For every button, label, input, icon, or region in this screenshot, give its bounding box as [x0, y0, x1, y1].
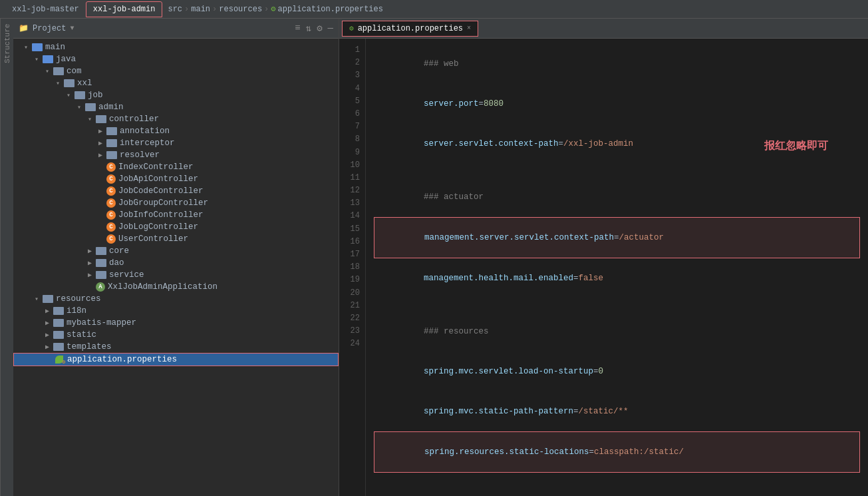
expand-arrow-job: ▾: [67, 91, 74, 99]
tree-node-application-properties[interactable]: ⚙ application.properties: [13, 353, 339, 366]
folder-icon-job: [74, 91, 85, 99]
expand-arrow-static: ▶: [45, 331, 53, 339]
folder-icon-xxl: [64, 79, 74, 87]
tree-node-templates[interactable]: ▶ templates: [13, 341, 339, 353]
tree-node-service[interactable]: ▶ service: [13, 269, 339, 281]
tree-label-resolver: resolver: [120, 150, 160, 160]
breadcrumb-main: main: [191, 5, 210, 14]
folder-icon-main: [32, 43, 43, 51]
editor-tab-application-properties[interactable]: ⚙ application.properties ×: [342, 21, 478, 37]
tree-node-admin[interactable]: ▾ admin: [13, 101, 339, 113]
tree-node-mybatis-mapper[interactable]: ▶ mybatis-mapper: [13, 317, 339, 329]
sidebar-toolbar: ≡ ⇅ ⚙ —: [295, 23, 333, 34]
code-line-5: ### actuator: [374, 177, 860, 217]
java-app-icon: A: [96, 282, 105, 292]
tree-node-com[interactable]: ▾ com: [13, 65, 339, 77]
tree-label-JobGroupController: JobGroupController: [118, 198, 208, 208]
folder-icon-annotation: [106, 127, 117, 135]
tree-label-annotation: annotation: [120, 126, 170, 136]
tree-label-JobInfoController: JobInfoController: [118, 210, 204, 220]
tree-node-static[interactable]: ▶ static: [13, 329, 339, 341]
editor-tab-label: application.properties: [358, 24, 463, 33]
tree-node-annotation[interactable]: ▶ annotation: [13, 125, 339, 137]
folder-icon-java: [43, 55, 53, 63]
folder-icon-service: [96, 271, 106, 279]
expand-arrow-controller: ▾: [88, 115, 96, 123]
code-content: 报红忽略即可 ### web server.port=8080 server.s…: [366, 39, 868, 496]
tree-node-main[interactable]: ▾ main: [13, 41, 339, 53]
tab-spring-icon: ⚙: [349, 24, 354, 33]
java-icon-JobLogController: C: [106, 222, 116, 232]
folder-icon-core: [96, 247, 106, 255]
code-line-9: ### resources: [374, 312, 860, 352]
collapse-all-icon[interactable]: ≡: [295, 23, 300, 34]
tree-label-static: static: [67, 330, 96, 340]
tree-label-JobApiController: JobApiController: [118, 174, 198, 184]
breadcrumb-file-icon: ⚙: [271, 4, 275, 14]
tree-node-JobGroupController[interactable]: C JobGroupController: [13, 197, 339, 209]
tab-xxl-job-admin[interactable]: xxl-job-admin: [86, 1, 163, 17]
code-line-2: server.port=8080: [374, 84, 860, 124]
code-line-7: management.health.mail.enabled=false: [374, 258, 860, 298]
tree-label-IndexController: IndexController: [118, 162, 194, 172]
tree-node-java[interactable]: ▾ java: [13, 53, 339, 65]
dropdown-arrow-icon[interactable]: ▼: [70, 25, 74, 32]
tree-label-xxl: xxl: [77, 79, 92, 88]
expand-arrow-java: ▾: [35, 55, 43, 63]
tree-node-job[interactable]: ▾ job: [13, 89, 339, 101]
tree-label-dao: dao: [109, 258, 124, 268]
code-line-14: ### freemarker: [374, 486, 860, 496]
tree-node-XxlJobAdminApplication[interactable]: A XxlJobAdminApplication: [13, 281, 339, 293]
tree-node-xxl[interactable]: ▾ xxl: [13, 77, 339, 89]
tree-label-UserController: UserController: [118, 234, 188, 244]
comment-web: ### web: [424, 59, 459, 69]
tree-label-i18n: i18n: [67, 306, 86, 316]
tree-label-core: core: [109, 246, 129, 256]
code-line-10: spring.mvc.servlet.load-on-startup=0: [374, 352, 860, 391]
folder-icon-controller: [96, 115, 106, 123]
tree-node-interceptor[interactable]: ▶ interceptor: [13, 137, 339, 149]
settings-icon[interactable]: ⚙: [317, 23, 322, 34]
code-line-12: spring.resources.static-locations=classp…: [374, 431, 860, 473]
title-bar: xxl-job-master xxl-job-admin src › main …: [0, 0, 868, 19]
tree-node-JobInfoController[interactable]: C JobInfoController: [13, 209, 339, 221]
code-line-6: management.server.servlet.context-path=/…: [374, 217, 860, 258]
tree-node-dao[interactable]: ▶ dao: [13, 257, 339, 269]
folder-icon-dao: [96, 259, 106, 267]
close-sidebar-icon[interactable]: —: [328, 23, 333, 34]
tree-node-UserController[interactable]: C UserController: [13, 233, 339, 245]
breadcrumb: src › main › resources › ⚙ application.p…: [168, 4, 383, 14]
tree-node-i18n[interactable]: ▶ i18n: [13, 305, 339, 317]
expand-arrow-resolver: ▶: [98, 151, 106, 159]
tree-label-main: main: [45, 43, 65, 52]
tree-label-templates: templates: [67, 342, 112, 352]
tree-node-JobLogController[interactable]: C JobLogController: [13, 221, 339, 233]
code-line-8: [374, 298, 860, 312]
java-icon-JobApiController: C: [106, 174, 116, 184]
tree-label-java: java: [56, 55, 76, 64]
expand-icon[interactable]: ⇅: [306, 23, 311, 34]
tree-label-application-properties: application.properties: [67, 355, 177, 364]
tab-xxl-job-master[interactable]: xxl-job-master: [5, 2, 86, 17]
tree-node-JobCodeController[interactable]: C JobCodeController: [13, 185, 339, 197]
tree-label-JobLogController: JobLogController: [118, 222, 198, 232]
sidebar: 📁 Project ▼ ≡ ⇅ ⚙ — ▾ main: [13, 19, 339, 496]
expand-arrow-admin: ▾: [77, 103, 85, 111]
tree-node-resources[interactable]: ▾ resources: [13, 293, 339, 305]
folder-icon-static: [53, 331, 64, 339]
expand-arrow-templates: ▶: [45, 343, 53, 351]
java-icon-JobInfoController: C: [106, 210, 116, 220]
tree-node-IndexController[interactable]: C IndexController: [13, 161, 339, 173]
code-line-1: ### web: [374, 44, 860, 84]
expand-arrow-mybatis-mapper: ▶: [45, 319, 53, 327]
breadcrumb-src: src: [168, 5, 182, 14]
tree-node-core[interactable]: ▶ core: [13, 245, 339, 257]
tree-node-JobApiController[interactable]: C JobApiController: [13, 173, 339, 185]
folder-icon-resolver: [106, 151, 117, 159]
expand-arrow-resources: ▾: [35, 295, 43, 303]
tree-node-resolver[interactable]: ▶ resolver: [13, 149, 339, 161]
editor-tab-close-icon[interactable]: ×: [467, 25, 471, 32]
code-line-11: spring.mvc.static-path-pattern=/static/*…: [374, 391, 860, 431]
sidebar-header: 📁 Project ▼ ≡ ⇅ ⚙ —: [13, 19, 339, 39]
tree-node-controller[interactable]: ▾ controller: [13, 113, 339, 125]
